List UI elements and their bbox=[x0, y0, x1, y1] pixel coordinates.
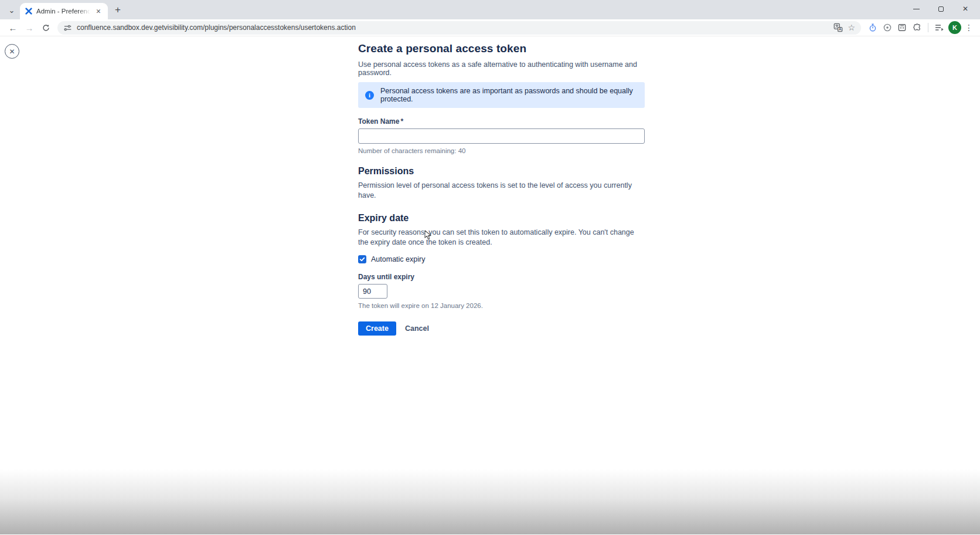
info-icon: i bbox=[365, 91, 374, 100]
minimize-icon bbox=[913, 9, 920, 9]
expiry-note: The token will expire on 12 January 2026… bbox=[358, 302, 645, 309]
url-text[interactable]: confluence.sandbox.dev.getvisibility.com… bbox=[77, 23, 829, 32]
extensions-area bbox=[868, 23, 921, 32]
timer-extension-icon[interactable] bbox=[868, 23, 877, 32]
chars-remaining-hint: Number of characters remaining: 40 bbox=[358, 147, 645, 154]
expiry-text: For security reasons, you can set this t… bbox=[358, 228, 635, 248]
page-subtitle: Use personal access tokens as a safe alt… bbox=[358, 60, 645, 77]
days-until-expiry-input[interactable] bbox=[358, 284, 387, 299]
page-content: ✕ Create a personal access token Use per… bbox=[0, 36, 980, 534]
info-banner-text: Personal access tokens are as important … bbox=[380, 87, 638, 103]
svg-text:A: A bbox=[839, 27, 842, 31]
tab-admin-preferences[interactable]: Admin - Preferences - Conflue ✕ bbox=[20, 3, 108, 19]
token-name-input[interactable] bbox=[358, 128, 645, 144]
automatic-expiry-label[interactable]: Automatic expiry bbox=[371, 255, 425, 263]
translate-icon[interactable]: A bbox=[833, 23, 843, 32]
create-token-form: Create a personal access token Use perso… bbox=[358, 42, 645, 336]
tab-close-icon[interactable]: ✕ bbox=[94, 6, 103, 16]
extensions-puzzle-icon[interactable] bbox=[912, 23, 921, 32]
info-banner: i Personal access tokens are as importan… bbox=[358, 82, 645, 108]
bookmark-star-icon[interactable]: ☆ bbox=[848, 23, 855, 32]
automatic-expiry-checkbox[interactable] bbox=[358, 255, 366, 263]
checkmark-icon bbox=[359, 256, 365, 262]
token-name-label: Token Name* bbox=[358, 117, 645, 126]
permissions-text: Permission level of personal access toke… bbox=[358, 181, 635, 201]
address-bar[interactable]: confluence.sandbox.dev.getvisibility.com… bbox=[57, 21, 861, 35]
create-button[interactable]: Create bbox=[358, 321, 396, 336]
expiry-heading: Expiry date bbox=[358, 213, 645, 224]
page-close-button[interactable]: ✕ bbox=[5, 44, 19, 59]
tab-strip: ⌄ Admin - Preferences - Conflue ✕ + ✕ bbox=[0, 0, 980, 19]
forward-button[interactable]: → bbox=[22, 21, 36, 35]
reload-button[interactable] bbox=[39, 21, 53, 35]
back-button[interactable]: ← bbox=[6, 21, 20, 35]
bottom-gradient bbox=[0, 469, 980, 534]
automatic-expiry-row: Automatic expiry bbox=[358, 255, 645, 263]
window-controls: ✕ bbox=[904, 0, 978, 18]
cancel-button[interactable]: Cancel bbox=[405, 321, 429, 336]
circle-extension-icon[interactable] bbox=[883, 23, 892, 32]
maximize-icon bbox=[938, 6, 944, 12]
reload-icon bbox=[42, 23, 50, 32]
browser-toolbar: ← → confluence.sandbox.dev.getvisibility… bbox=[0, 19, 980, 36]
tab-title: Admin - Preferences - Conflue bbox=[36, 8, 90, 15]
token-name-label-text: Token Name bbox=[358, 117, 399, 126]
window-minimize-button[interactable] bbox=[904, 0, 928, 18]
window-maximize-button[interactable] bbox=[928, 0, 953, 18]
days-until-expiry-label: Days until expiry bbox=[358, 273, 645, 281]
window-close-button[interactable]: ✕ bbox=[953, 0, 978, 18]
form-actions: Create Cancel bbox=[358, 321, 645, 336]
toolbar-separator bbox=[928, 23, 928, 32]
confluence-favicon-icon bbox=[25, 7, 33, 15]
browser-menu-icon[interactable]: ⋮ bbox=[964, 23, 974, 32]
reading-list-icon[interactable] bbox=[934, 23, 944, 32]
profile-avatar[interactable]: K bbox=[948, 21, 961, 34]
permissions-heading: Permissions bbox=[358, 166, 645, 177]
new-tab-button[interactable]: + bbox=[110, 2, 125, 18]
page-title: Create a personal access token bbox=[358, 42, 645, 55]
required-mark: * bbox=[400, 117, 403, 126]
site-settings-icon[interactable] bbox=[63, 23, 72, 32]
box-extension-icon[interactable] bbox=[897, 23, 907, 32]
tab-search-button[interactable]: ⌄ bbox=[5, 4, 19, 16]
